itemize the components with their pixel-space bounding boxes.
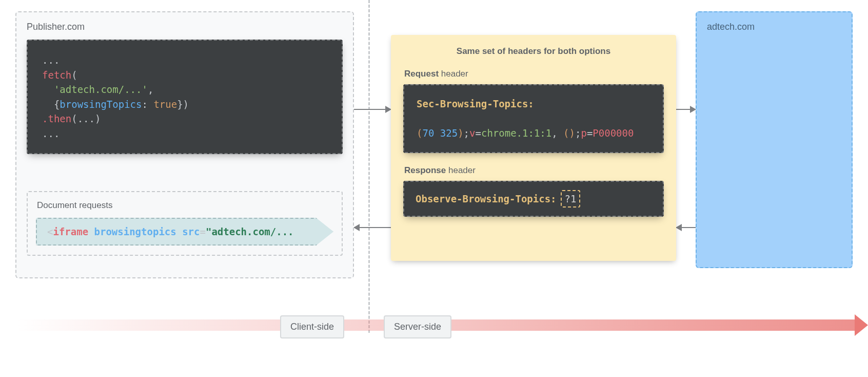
code-text: chrome.1:1:1 xyxy=(481,127,551,139)
code-text: v xyxy=(469,127,475,139)
code-text: ) xyxy=(458,127,463,139)
arrow-adtech-to-headers xyxy=(676,227,696,228)
arrow-fetch-to-headers xyxy=(354,109,391,110)
code-text: , xyxy=(148,84,153,95)
label-text: Response xyxy=(404,165,446,175)
label-text: header xyxy=(446,165,476,175)
code-text: browsingTopics xyxy=(60,99,142,110)
code-text: Sec-Browsing-Topics: xyxy=(417,98,534,109)
code-text: 'adtech.com/...' xyxy=(54,84,148,95)
headers-title: Same set of headers for both options xyxy=(403,46,664,56)
code-text: ( xyxy=(417,127,422,139)
code-text: iframe xyxy=(53,226,88,237)
headers-panel: Same set of headers for both options Req… xyxy=(391,35,676,261)
code-text: }) xyxy=(177,99,189,110)
code-text: ; xyxy=(464,127,469,139)
arrow-headers-to-adtech xyxy=(676,109,696,110)
code-text: P000000 xyxy=(593,127,634,139)
request-header-code: Sec-Browsing-Topics: (70 325);v=chrome.1… xyxy=(403,84,664,153)
code-text: fetch xyxy=(42,69,71,81)
code-text: ; xyxy=(575,127,581,139)
document-requests-panel: Document requests <iframe browsingtopics… xyxy=(27,191,343,256)
arrow-headers-to-doc xyxy=(354,227,391,228)
client-server-divider xyxy=(368,0,370,333)
request-header-label: Request header xyxy=(404,69,664,79)
code-text: () xyxy=(563,127,575,139)
label-text: Request xyxy=(404,69,439,79)
client-side-label: Client-side xyxy=(280,315,344,338)
code-text: src xyxy=(182,226,200,237)
iframe-tag-chip: <iframe browsingtopics src="adtech.com/.… xyxy=(36,218,333,246)
code-text: < xyxy=(47,226,53,237)
response-header-label: Response header xyxy=(404,165,664,176)
code-text: 70 xyxy=(422,127,434,139)
code-text: ( xyxy=(71,69,77,81)
fetch-code-block: ... fetch( 'adtech.com/...', {browsingTo… xyxy=(27,40,343,154)
code-text: Observe-Browsing-Topics: xyxy=(416,192,557,206)
document-requests-title: Document requests xyxy=(37,200,333,211)
code-text: ... xyxy=(42,54,60,66)
code-text: = xyxy=(200,226,205,237)
server-side-label: Server-side xyxy=(384,315,451,338)
label-text: header xyxy=(439,69,468,79)
code-text: = xyxy=(587,127,593,139)
code-text: 325 xyxy=(440,127,458,139)
code-text: { xyxy=(54,99,60,110)
code-text: "adtech.com/... xyxy=(206,226,294,237)
response-value-token: ?1 xyxy=(561,190,581,208)
code-text: ... xyxy=(42,128,60,139)
code-text: true xyxy=(153,99,177,110)
code-text: (...) xyxy=(71,113,101,124)
adtech-title: adtech.com xyxy=(707,22,841,32)
code-text: p xyxy=(581,127,586,139)
code-text: = xyxy=(475,127,481,139)
code-text: browsingtopics xyxy=(94,226,176,237)
code-text: .then xyxy=(42,113,71,124)
publisher-panel: Publisher.com ... fetch( 'adtech.com/...… xyxy=(15,11,354,278)
code-text: , xyxy=(551,127,563,139)
code-text: : xyxy=(142,99,154,110)
publisher-title: Publisher.com xyxy=(27,22,343,32)
response-header-code: Observe-Browsing-Topics: ?1 xyxy=(403,181,664,217)
adtech-panel: adtech.com xyxy=(696,11,853,268)
